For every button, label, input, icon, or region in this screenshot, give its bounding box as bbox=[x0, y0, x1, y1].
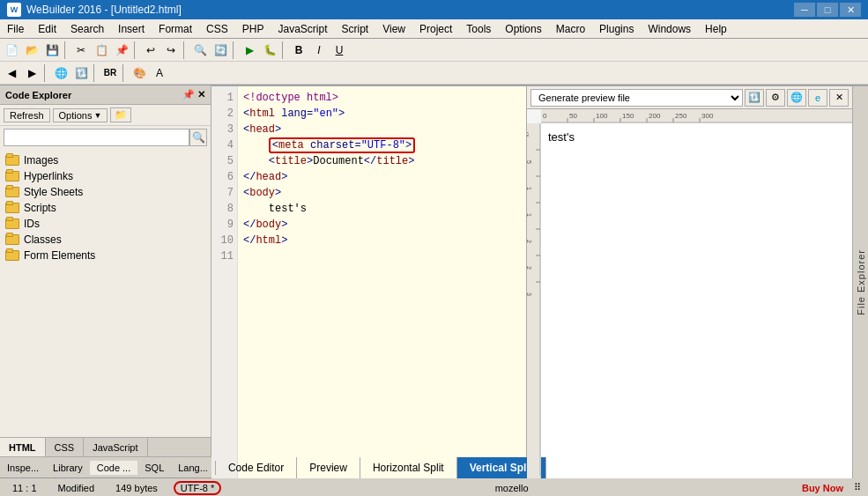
tab-code[interactable]: Code ... bbox=[90, 461, 138, 475]
cut-btn[interactable]: ✂ bbox=[71, 41, 91, 60]
svg-text:150: 150 bbox=[622, 112, 634, 120]
tree-item-ids[interactable]: IDs bbox=[0, 216, 211, 232]
bold-btn[interactable]: B bbox=[289, 41, 308, 60]
code-content[interactable]: <!doctype html> <html lang="en"> <head> … bbox=[238, 86, 526, 478]
back-btn[interactable]: ◀ bbox=[2, 63, 21, 83]
tab-preview[interactable]: Preview bbox=[297, 457, 360, 478]
menu-help[interactable]: Help bbox=[698, 19, 734, 39]
svg-text:3: 3 bbox=[527, 292, 532, 296]
tab-lang[interactable]: Lang... bbox=[171, 461, 215, 475]
svg-text:50: 50 bbox=[527, 131, 529, 137]
redo-btn[interactable]: ↪ bbox=[161, 41, 181, 60]
preview-close-btn[interactable]: ✕ bbox=[829, 89, 849, 107]
maximize-button[interactable]: □ bbox=[817, 3, 838, 17]
options-label: Options bbox=[59, 110, 93, 121]
encoding-badge[interactable]: UTF-8 * bbox=[174, 481, 222, 495]
search-button[interactable]: 🔍 bbox=[189, 129, 207, 146]
tab-css[interactable]: CSS bbox=[46, 438, 85, 456]
preview-refresh-btn[interactable]: 🔃 bbox=[745, 89, 764, 107]
search-input[interactable] bbox=[4, 129, 189, 146]
menu-tools[interactable]: Tools bbox=[459, 19, 498, 39]
forward-btn[interactable]: ▶ bbox=[22, 63, 41, 83]
menu-php[interactable]: PHP bbox=[235, 19, 271, 39]
svg-text:250: 250 bbox=[675, 112, 687, 120]
open-btn[interactable]: 📂 bbox=[22, 41, 41, 60]
tab-horizontal-split[interactable]: Horizontal Split bbox=[360, 457, 457, 478]
file-explorer-tab[interactable]: File Explorer bbox=[852, 86, 868, 478]
copy-btn[interactable]: 📋 bbox=[92, 41, 111, 60]
menu-format[interactable]: Format bbox=[152, 19, 199, 39]
menu-css[interactable]: CSS bbox=[199, 19, 235, 39]
new-btn[interactable]: 📄 bbox=[2, 41, 21, 60]
menu-windows[interactable]: Windows bbox=[641, 19, 698, 39]
pin-icon[interactable]: 📌 bbox=[182, 89, 195, 100]
replace-btn[interactable]: 🔄 bbox=[211, 41, 230, 60]
debug-btn[interactable]: 🐛 bbox=[260, 41, 279, 60]
menu-file[interactable]: File bbox=[0, 19, 31, 39]
sep3 bbox=[183, 41, 188, 59]
refresh-button[interactable]: Refresh bbox=[4, 108, 50, 122]
menu-view[interactable]: View bbox=[375, 19, 412, 39]
menu-edit[interactable]: Edit bbox=[31, 19, 63, 39]
svg-text:300: 300 bbox=[701, 112, 714, 120]
code-explorer-toolbar: Refresh Options ▼ 📁 bbox=[0, 105, 211, 126]
undo-btn[interactable]: ↩ bbox=[141, 41, 160, 60]
buy-now-button[interactable]: Buy Now bbox=[802, 483, 843, 493]
menu-javascript[interactable]: JavaScript bbox=[271, 19, 334, 39]
close-button[interactable]: ✕ bbox=[840, 3, 861, 17]
tab-library[interactable]: Library bbox=[46, 461, 90, 475]
browser-btn[interactable]: 🌐 bbox=[51, 63, 70, 83]
tab-html[interactable]: HTML bbox=[0, 438, 46, 456]
tree-item-classes[interactable]: Classes bbox=[0, 232, 211, 248]
menu-plugins[interactable]: Plugins bbox=[592, 19, 641, 39]
tab-code-editor[interactable]: Code Editor bbox=[216, 457, 297, 478]
tree-item-images[interactable]: Images bbox=[0, 152, 211, 168]
tree-item-label: Form Elements bbox=[24, 249, 95, 262]
tree-item-label: Scripts bbox=[24, 202, 56, 214]
toolbar-row-2: ◀ ▶ 🌐 🔃 BR 🎨 A bbox=[0, 62, 868, 85]
svg-text:50: 50 bbox=[569, 112, 577, 120]
code-line-6: </head> bbox=[243, 169, 521, 185]
preview-settings-btn[interactable]: ⚙ bbox=[766, 89, 785, 107]
br-btn[interactable]: BR bbox=[100, 63, 120, 83]
tree-item-stylesheets[interactable]: Style Sheets bbox=[0, 184, 211, 200]
menu-macro[interactable]: Macro bbox=[549, 19, 592, 39]
minimize-button[interactable]: ─ bbox=[794, 3, 815, 17]
tab-sql[interactable]: SQL bbox=[137, 461, 171, 475]
close-explorer-icon[interactable]: ✕ bbox=[197, 89, 205, 100]
run-btn[interactable]: ▶ bbox=[240, 41, 259, 60]
cursor-position: 11 : 1 bbox=[7, 483, 42, 493]
tree-item-label: Hyperlinks bbox=[24, 170, 73, 182]
tree-item-label: Style Sheets bbox=[24, 186, 83, 198]
preview-ie-btn[interactable]: e bbox=[808, 89, 827, 107]
preview-browser-btn[interactable]: 🌐 bbox=[787, 89, 806, 107]
tree-item-scripts[interactable]: Scripts bbox=[0, 200, 211, 216]
side-tabs: Inspe... Library Code ... SQL Lang... bbox=[0, 461, 216, 475]
refresh-browser-btn[interactable]: 🔃 bbox=[71, 63, 91, 83]
new-item-button[interactable]: 📁 bbox=[110, 107, 131, 122]
tree-item-form-elements[interactable]: Form Elements bbox=[0, 248, 211, 263]
menu-bar: File Edit Search Insert Format CSS PHP J… bbox=[0, 19, 868, 39]
find-btn[interactable]: 🔍 bbox=[190, 41, 210, 60]
options-button[interactable]: Options ▼ bbox=[53, 108, 108, 122]
tab-javascript[interactable]: JavaScript bbox=[84, 438, 147, 456]
tree-item-hyperlinks[interactable]: Hyperlinks bbox=[0, 168, 211, 184]
sep6 bbox=[44, 64, 48, 82]
tree-item-label: Images bbox=[24, 154, 58, 167]
menu-script[interactable]: Script bbox=[335, 19, 376, 39]
tab-inspector[interactable]: Inspe... bbox=[0, 461, 46, 475]
color-btn[interactable]: 🎨 bbox=[130, 63, 149, 83]
menu-project[interactable]: Project bbox=[412, 19, 459, 39]
menu-search[interactable]: Search bbox=[63, 19, 111, 39]
paste-btn[interactable]: 📌 bbox=[112, 41, 131, 60]
save-btn[interactable]: 💾 bbox=[42, 41, 62, 60]
underline-btn[interactable]: U bbox=[330, 41, 349, 60]
italic-btn[interactable]: I bbox=[309, 41, 329, 60]
window-title: WeBuilder 2016 - [Untitled2.html] bbox=[26, 4, 794, 16]
font-btn[interactable]: A bbox=[150, 63, 169, 83]
menu-insert[interactable]: Insert bbox=[111, 19, 152, 39]
preview-dropdown[interactable]: Generate preview file bbox=[530, 89, 743, 107]
menu-options[interactable]: Options bbox=[498, 19, 548, 39]
svg-text:0: 0 bbox=[543, 112, 547, 120]
editor-split: 1 2 3 4 5 6 7 8 9 10 11 <!doctype html> … bbox=[211, 86, 868, 478]
